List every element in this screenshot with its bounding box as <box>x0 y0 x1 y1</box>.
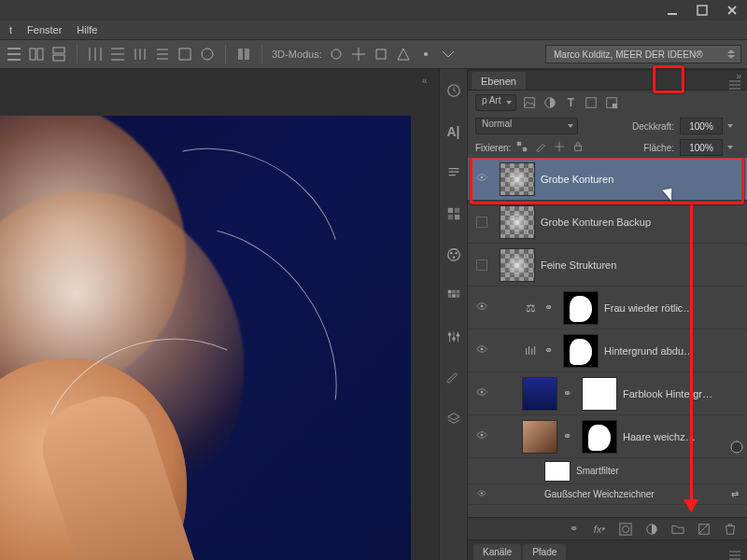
panel-menu-icon[interactable] <box>723 551 747 560</box>
3d-icon[interactable] <box>373 46 389 63</box>
delete-layer-icon[interactable] <box>723 522 738 537</box>
history-icon[interactable] <box>445 82 462 99</box>
layer-thumbnail[interactable] <box>522 420 557 454</box>
link-icon[interactable]: ⚭ <box>544 301 557 314</box>
opacity-value[interactable]: 100% <box>680 118 723 134</box>
lock-pixels-icon[interactable] <box>535 141 548 154</box>
layer-name[interactable]: Feine Strukturen <box>541 259 743 271</box>
layer-thumbnail[interactable] <box>500 162 535 196</box>
link-icon[interactable]: ⚭ <box>563 387 576 399</box>
visibility-toggle[interactable] <box>472 490 492 499</box>
styles-icon[interactable] <box>445 287 462 304</box>
3d-icon[interactable] <box>417 46 434 63</box>
layers-icon[interactable] <box>445 411 462 427</box>
filter-shape-icon[interactable] <box>584 95 599 110</box>
filter-smart-icon[interactable] <box>604 95 619 110</box>
3d-icon[interactable] <box>350 46 367 63</box>
swatches-icon[interactable] <box>445 205 462 222</box>
layer-name[interactable]: Frau wieder rötlic… <box>604 302 743 314</box>
3d-icon[interactable] <box>328 46 345 63</box>
layer-filter-select[interactable]: ρArt <box>475 94 516 111</box>
panel-menu-icon[interactable] <box>723 80 747 90</box>
link-icon[interactable]: ⚭ <box>563 430 576 442</box>
filter-options-icon[interactable]: ⇄ <box>726 489 743 499</box>
distribute-icon[interactable] <box>132 46 148 63</box>
layer-mask-thumbnail[interactable] <box>563 334 599 368</box>
gaussian-row[interactable]: Gaußscher Weichzeichner ⇄ <box>468 484 747 505</box>
lock-all-icon[interactable] <box>572 141 585 154</box>
layer-name[interactable]: Grobe Konturen <box>541 174 743 185</box>
layer-name[interactable]: Grobe Konturen Backup <box>541 217 743 228</box>
layer-thumbnail[interactable] <box>500 248 535 282</box>
layer-row[interactable]: ⚭ Farblook Hintergr… <box>468 372 747 415</box>
layers-tab[interactable]: Ebenen <box>472 72 526 90</box>
paths-tab[interactable]: Pfade <box>523 544 566 560</box>
visibility-toggle[interactable] <box>470 174 494 185</box>
visibility-toggle[interactable] <box>470 302 494 314</box>
brush-icon[interactable] <box>445 370 462 386</box>
distribute-icon[interactable] <box>154 46 171 63</box>
visibility-toggle[interactable] <box>470 431 494 442</box>
filter-type-icon[interactable]: T <box>563 95 578 110</box>
distribute-icon[interactable] <box>87 46 104 63</box>
layer-name[interactable]: Haare weichz… <box>623 431 743 442</box>
visibility-toggle[interactable] <box>470 217 494 228</box>
align-icon[interactable] <box>235 46 252 63</box>
layer-row[interactable]: ılıl ⚭ Hintergrund abdu… <box>468 329 747 372</box>
distribute-icon[interactable] <box>176 46 193 63</box>
channels-tab[interactable]: Kanäle <box>473 544 521 560</box>
link-layers-icon[interactable]: ⚭ <box>566 522 581 537</box>
paragraph-icon[interactable] <box>445 164 462 181</box>
menu-item[interactable]: t <box>2 22 20 37</box>
layer-mask-icon[interactable] <box>618 522 633 537</box>
color-icon[interactable] <box>445 246 462 263</box>
align-icon[interactable] <box>6 46 22 63</box>
workspace-select[interactable]: Marco Kolditz, MEER DER IDEEN® <box>545 45 741 63</box>
align-icon[interactable] <box>28 46 45 63</box>
smartfilter-row[interactable]: Smartfilter <box>468 458 747 484</box>
canvas-area[interactable] <box>0 69 439 560</box>
filter-pixel-icon[interactable] <box>522 95 537 110</box>
menu-item-fenster[interactable]: Fenster <box>20 22 69 37</box>
new-layer-icon[interactable] <box>697 522 712 537</box>
window-maximize-button[interactable] <box>687 0 717 21</box>
menu-item-hilfe[interactable]: Hilfe <box>69 22 105 37</box>
layer-name[interactable]: Farblook Hintergr… <box>623 388 743 399</box>
distribute-icon[interactable] <box>109 46 126 63</box>
window-minimize-button[interactable] <box>657 0 687 21</box>
filter-mask-thumbnail[interactable] <box>544 461 571 482</box>
visibility-toggle[interactable] <box>470 259 494 271</box>
lock-position-icon[interactable] <box>554 141 567 154</box>
blend-mode-select[interactable]: Normal <box>475 118 578 134</box>
link-icon[interactable]: ⚭ <box>544 344 557 357</box>
adjustments-icon[interactable] <box>445 329 462 345</box>
gaussian-label[interactable]: Gaußscher Weichzeichner <box>544 489 655 499</box>
fill-value[interactable]: 100% <box>680 139 723 156</box>
character-icon[interactable]: A| <box>445 123 462 140</box>
window-close-button[interactable] <box>717 0 747 21</box>
3d-icon[interactable] <box>395 46 412 63</box>
document-canvas[interactable] <box>0 116 411 560</box>
layer-row[interactable]: ⚭ Haare weichz… <box>468 415 747 458</box>
3d-icon[interactable] <box>440 46 457 63</box>
visibility-toggle[interactable] <box>470 345 494 357</box>
layer-name[interactable]: Hintergrund abdu… <box>604 345 743 357</box>
lock-transparency-icon[interactable] <box>516 141 529 154</box>
visibility-toggle[interactable] <box>470 388 494 399</box>
cursor-icon <box>666 186 679 203</box>
layer-style-icon[interactable]: fx▾ <box>592 522 607 537</box>
layer-mask-thumbnail[interactable] <box>582 420 617 454</box>
group-icon[interactable] <box>670 522 685 537</box>
distribute-icon[interactable] <box>199 46 216 63</box>
layer-row[interactable]: Grobe Konturen Backup <box>468 201 747 244</box>
layer-row[interactable]: Feine Strukturen <box>468 244 747 287</box>
layer-thumbnail[interactable] <box>522 377 557 411</box>
layer-mask-thumbnail[interactable] <box>563 291 599 325</box>
adjustment-layer-icon[interactable] <box>644 522 659 537</box>
layer-row[interactable]: ⚖ ⚭ Frau wieder rötlic… <box>468 287 747 329</box>
layer-mask-thumbnail[interactable] <box>582 377 617 411</box>
align-icon[interactable] <box>50 46 67 63</box>
layer-thumbnail[interactable] <box>500 205 535 239</box>
layer-row-grobe-konturen[interactable]: Grobe Konturen <box>468 158 747 201</box>
filter-adjustment-icon[interactable] <box>543 95 557 110</box>
